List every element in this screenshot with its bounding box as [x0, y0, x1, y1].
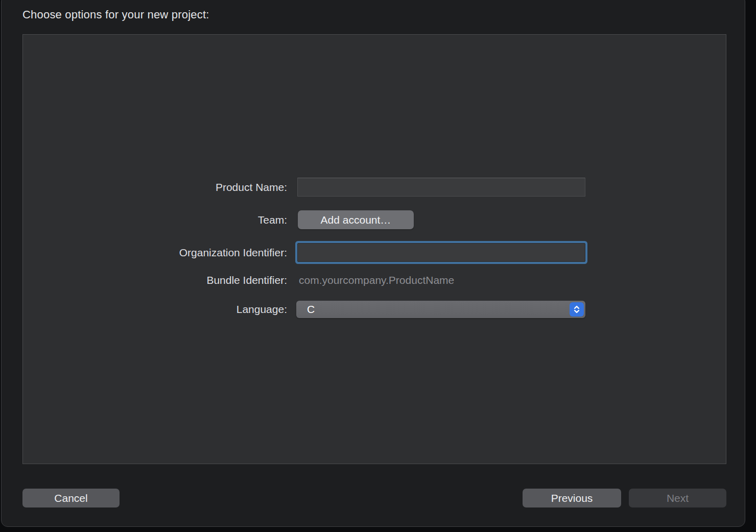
new-project-options-sheet: Choose options for your new project: Pro… [1, 0, 745, 527]
product-name-label: Product Name: [23, 178, 287, 197]
sheet-title: Choose options for your new project: [22, 8, 209, 21]
product-name-input[interactable] [297, 178, 585, 197]
add-account-button[interactable]: Add account… [298, 210, 414, 229]
cancel-button[interactable]: Cancel [22, 489, 120, 507]
options-panel: Product Name: Team: Add account… Organiz… [22, 34, 726, 464]
language-select[interactable]: C [296, 301, 585, 318]
language-label: Language: [23, 300, 287, 319]
next-button[interactable]: Next [629, 489, 726, 507]
bundle-identifier-value: com.yourcompany.ProductName [299, 271, 454, 289]
team-label: Team: [23, 210, 287, 229]
language-selected-value: C [307, 301, 315, 318]
organization-identifier-label: Organization Identifier: [23, 243, 287, 262]
bundle-identifier-label: Bundle Identifier: [23, 271, 287, 289]
organization-identifier-input[interactable] [297, 243, 585, 262]
up-down-chevrons-icon [570, 302, 584, 317]
previous-button[interactable]: Previous [523, 489, 621, 507]
